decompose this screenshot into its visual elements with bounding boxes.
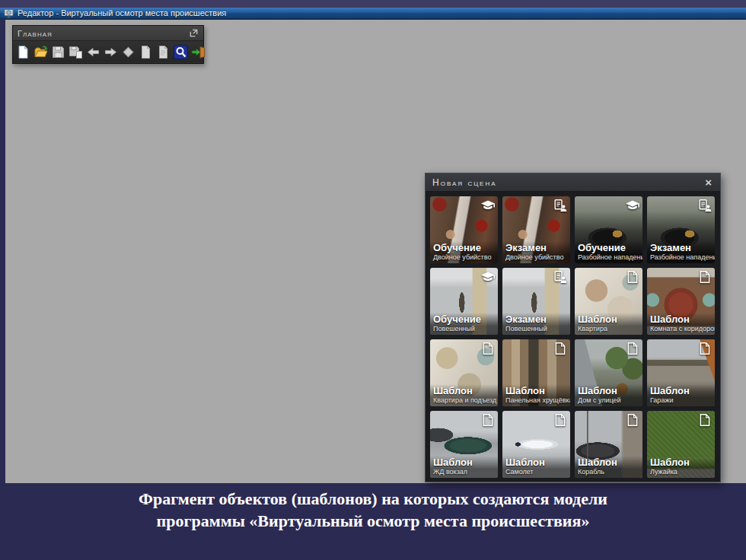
exam-checklist-icon [553, 199, 568, 212]
caption-line-2: программы «Виртуальный осмотр места прои… [0, 510, 746, 532]
tile-name: Самолет [505, 468, 567, 476]
blank-page-icon [625, 342, 640, 355]
undock-icon[interactable] [189, 28, 199, 38]
diamond-icon [121, 45, 135, 59]
tile-labels: ШаблонКвартира [575, 313, 642, 335]
blank-page-icon [625, 413, 640, 426]
tile-category: Экзамен [650, 243, 712, 253]
scene-tile[interactable]: ЭкзаменДвойное убийство [502, 196, 570, 263]
new-scene-dialog: Новая сцена × ОбучениеДвойное убийствоЭк… [425, 173, 721, 482]
tile-name: Дом с улицей [578, 396, 639, 404]
scene-tile[interactable]: ЭкзаменРазбойное нападение [647, 196, 715, 263]
undo-button[interactable] [85, 43, 101, 61]
scene-tile[interactable]: ШаблонЖД вокзал [430, 411, 498, 478]
save-as-icon [69, 45, 83, 59]
new-document-icon [16, 45, 30, 59]
toolbar-panel-header: Главная [13, 26, 203, 41]
tile-name: Гаражи [650, 396, 712, 404]
save-button[interactable] [50, 43, 66, 61]
tile-category: Шаблон [650, 386, 712, 396]
blank-page-icon [553, 342, 568, 355]
window-title: Редактор - Виртуальный осмотр места прои… [18, 9, 226, 18]
scene-tile[interactable]: ШаблонСамолет [502, 411, 570, 478]
graduation-cap-icon [625, 199, 640, 212]
tile-category: Шаблон [578, 314, 639, 325]
tile-labels: ШаблонЛужайка [647, 456, 715, 478]
scene-tile[interactable]: ШаблонЛужайка [647, 411, 715, 478]
search-button[interactable] [173, 43, 189, 61]
new-scene-button[interactable] [15, 43, 31, 61]
scene-tile[interactable]: ШаблонКорабль [575, 411, 642, 478]
blank-page-icon [697, 413, 713, 426]
magnifier-icon [174, 45, 188, 59]
tile-category: Шаблон [505, 386, 567, 396]
tile-labels: ШаблонДом с улицей [575, 384, 642, 406]
tile-name: ЖД вокзал [433, 468, 495, 476]
scene-tile[interactable]: ШаблонГаражи [647, 339, 715, 406]
scene-tile[interactable]: ОбучениеПовешенный [430, 268, 498, 335]
toolbar-panel-title: Главная [18, 29, 53, 38]
report-button[interactable] [155, 43, 171, 61]
new-scene-dialog-title: Новая сцена [432, 177, 497, 188]
app-icon [4, 8, 14, 18]
save-as-button[interactable] [68, 43, 84, 61]
document-icon [139, 45, 153, 59]
tile-labels: ШаблонЖД вокзал [430, 456, 498, 478]
slide-top-strip [0, 0, 746, 8]
exit-button[interactable] [190, 43, 206, 61]
scene-tile[interactable]: ШаблонПанельная хрущёвка [502, 339, 570, 406]
blank-page-icon [625, 270, 640, 283]
blank-page-icon [480, 342, 496, 355]
tile-category: Обучение [578, 243, 639, 253]
tile-name: Корабль [578, 468, 639, 476]
scene-tile[interactable]: ШаблонКомната с коридором [647, 268, 715, 335]
graduation-cap-icon [480, 199, 496, 212]
open-button[interactable] [33, 43, 49, 61]
tile-labels: ОбучениеДвойное убийство [430, 241, 498, 263]
scene-tile[interactable]: ОбучениеРазбойное нападение [575, 196, 642, 263]
tile-labels: ШаблонКвартира и подъезд [430, 384, 498, 406]
scene-tile[interactable]: ЭкзаменПовешенный [502, 268, 570, 335]
caption-line-1: Фрагмент объектов (шаблонов) на которых … [0, 488, 746, 510]
document-lines-icon [156, 45, 171, 59]
scene-tile[interactable]: ШаблонКвартира и подъезд [430, 339, 498, 406]
redo-button[interactable] [103, 43, 119, 61]
exit-door-icon [191, 45, 206, 59]
blank-page-icon [480, 413, 496, 426]
tile-name: Повешенный [505, 325, 567, 332]
scene-tile[interactable]: ШаблонКвартира [575, 268, 642, 335]
tile-labels: ШаблонПанельная хрущёвка [502, 384, 570, 406]
tile-category: Экзамен [505, 243, 567, 253]
tile-category: Шаблон [578, 386, 639, 396]
objects-button[interactable] [120, 43, 136, 61]
tile-labels: ЭкзаменРазбойное нападение [647, 241, 715, 263]
tile-name: Разбойное нападение [578, 253, 639, 261]
tile-category: Шаблон [650, 314, 712, 325]
scene-tile[interactable]: ШаблонДом с улицей [575, 339, 642, 406]
exam-checklist-icon [697, 199, 713, 212]
tile-name: Двойное убийство [505, 253, 567, 261]
window-titlebar: Редактор - Виртуальный осмотр места прои… [0, 8, 746, 19]
close-icon[interactable]: × [703, 177, 713, 188]
tile-name: Квартира и подъезд [433, 396, 495, 404]
tile-category: Шаблон [505, 457, 567, 468]
slide-caption: Фрагмент объектов (шаблонов) на которых … [0, 488, 746, 532]
tile-labels: ШаблонКомната с коридором [647, 313, 715, 335]
tile-labels: ШаблонГаражи [647, 384, 715, 406]
tile-category: Шаблон [433, 386, 495, 396]
arrow-right-icon [104, 45, 118, 59]
tile-name: Повешенный [433, 325, 495, 332]
tile-category: Экзамен [505, 314, 567, 325]
tile-labels: ЭкзаменДвойное убийство [502, 241, 570, 263]
scene-template-grid: ОбучениеДвойное убийствоЭкзаменДвойное у… [426, 192, 720, 482]
tile-category: Шаблон [578, 457, 639, 468]
tile-category: Шаблон [650, 457, 712, 468]
tile-name: Лужайка [650, 468, 712, 476]
tile-labels: ШаблонКорабль [575, 456, 642, 478]
save-icon [51, 45, 65, 59]
tile-category: Обучение [433, 314, 495, 325]
tile-labels: ШаблонСамолет [502, 456, 570, 478]
scene-tile[interactable]: ОбучениеДвойное убийство [430, 196, 498, 263]
blank-page-icon [697, 342, 713, 355]
document-button[interactable] [138, 43, 154, 61]
